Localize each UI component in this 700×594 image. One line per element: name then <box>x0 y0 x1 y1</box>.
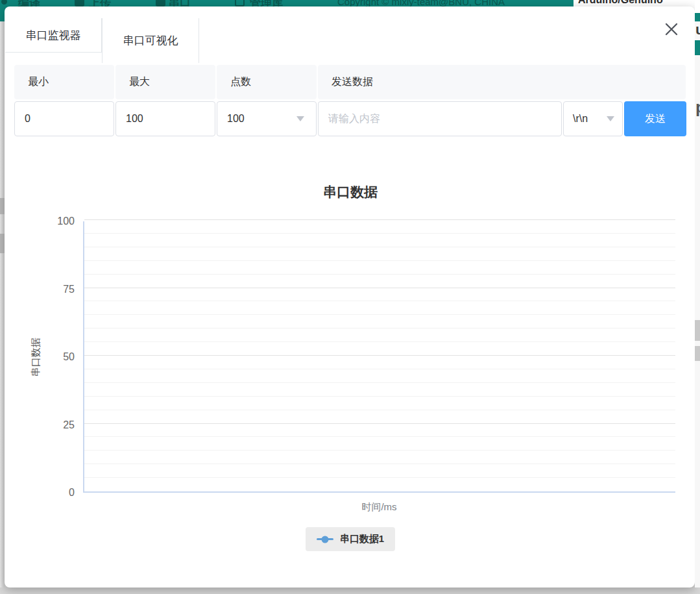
app-page: 编译 上传 串口 管理库 Copyright © mixly-team@BNU,… <box>0 0 700 594</box>
scrollbar-thumb[interactable] <box>695 346 700 361</box>
gridline <box>84 301 675 301</box>
gridline <box>84 219 675 220</box>
left-page-edge <box>0 21 5 588</box>
gridline <box>84 328 675 328</box>
gridline <box>84 247 675 247</box>
scrollbar-thumb[interactable] <box>0 234 5 253</box>
min-header: 最小 <box>14 65 114 99</box>
serial-icon <box>156 0 165 6</box>
gridline <box>84 288 675 288</box>
max-input[interactable] <box>115 101 215 136</box>
right-page-edge: u p <box>695 0 700 588</box>
gridline <box>84 396 675 397</box>
scrollbar-thumb[interactable] <box>695 320 700 341</box>
y-tick-label: 25 <box>63 419 75 431</box>
points-header: 点数 <box>217 65 317 99</box>
y-tick-label: 0 <box>69 487 75 499</box>
legend-marker-line <box>317 538 333 540</box>
chart-title: 串口数据 <box>5 183 696 201</box>
upload-icon <box>75 0 84 6</box>
send-data-header: 发送数据 <box>318 65 686 99</box>
legend-item-series1[interactable]: 串口数据1 <box>306 527 395 551</box>
gridline <box>84 410 675 410</box>
send-button[interactable]: 发送 <box>624 101 686 136</box>
max-header: 最大 <box>115 65 215 99</box>
gridline <box>84 382 675 383</box>
scrollbar-thumb[interactable] <box>0 198 5 214</box>
board-selector-value: Arduino/Genuino <box>578 0 663 6</box>
y-tick-label: 75 <box>63 284 75 295</box>
gridline <box>84 355 675 356</box>
tab-serial-visualization[interactable]: 串口可视化 <box>102 18 199 63</box>
gridline <box>84 477 675 478</box>
line-ending-select[interactable]: \r\n <box>563 101 623 136</box>
y-axis-ticks: 0255075100 <box>5 221 75 493</box>
send-data-input[interactable] <box>318 101 562 136</box>
gridline <box>84 369 675 369</box>
serial-dialog: 串口监视器 串口可视化 最小 最大 点数 发送数据 100 \r\n 发送 串口… <box>5 6 695 588</box>
legend-container: 串口数据1 <box>5 527 696 551</box>
library-icon <box>235 0 245 6</box>
gridline <box>84 314 675 315</box>
gridline <box>84 341 675 342</box>
gridline <box>84 436 675 437</box>
min-input[interactable] <box>14 101 114 136</box>
tab-serial-monitor[interactable]: 串口监视器 <box>5 18 102 53</box>
right-edge-white <box>695 0 700 13</box>
menu-icon <box>1 0 7 5</box>
legend-label: 串口数据1 <box>340 533 384 545</box>
gridline <box>84 450 675 451</box>
points-select[interactable]: 100 <box>217 101 317 136</box>
clipped-text-fragment: u <box>695 21 700 38</box>
gridline <box>84 464 675 464</box>
line-ending-value: \r\n <box>573 113 588 125</box>
close-button[interactable] <box>656 19 687 40</box>
y-tick-label: 100 <box>57 216 75 227</box>
y-tick-label: 50 <box>63 351 75 363</box>
close-icon <box>663 21 680 38</box>
right-edge-teal-bar <box>695 40 700 55</box>
gridline <box>84 233 675 234</box>
chevron-down-icon <box>607 116 614 121</box>
gridline <box>84 274 675 275</box>
plot-area <box>83 221 675 493</box>
gridline <box>84 260 675 261</box>
right-edge-teal-bar <box>695 13 700 21</box>
x-axis-name: 时间/ms <box>83 501 675 514</box>
clipped-text-fragment: p <box>695 97 700 118</box>
points-select-value: 100 <box>227 113 245 125</box>
legend-marker-dot <box>321 536 328 543</box>
chevron-down-icon <box>296 116 304 121</box>
gridline <box>84 423 675 424</box>
